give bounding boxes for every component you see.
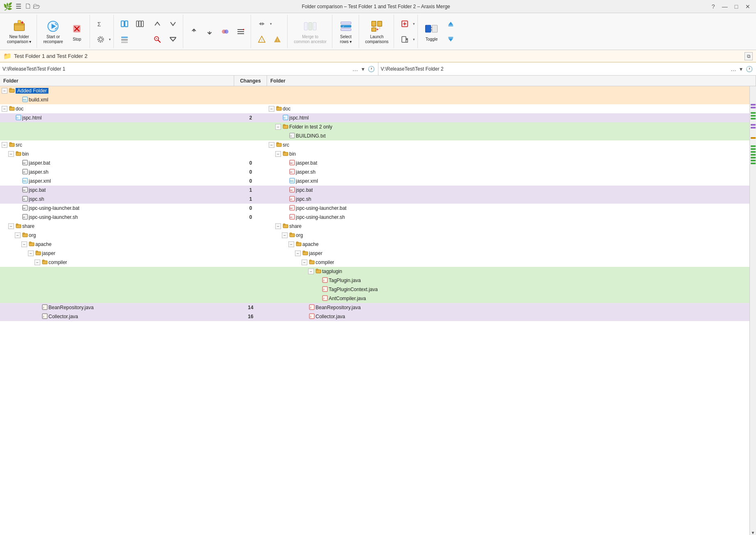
table-row[interactable]: −Folder in test 2 only [0, 122, 749, 131]
close-button[interactable]: ✕ [743, 2, 753, 11]
settings-dropdown-arrow[interactable]: ▾ [109, 37, 111, 41]
expander-right[interactable]: − [275, 151, 281, 157]
warning-left-button[interactable]: ! [254, 32, 269, 47]
table-row[interactable]: −org−org [0, 231, 749, 240]
edit-dropdown[interactable]: ▾ [413, 22, 415, 26]
scroll-up-button[interactable] [443, 16, 458, 31]
minimize-button[interactable]: — [720, 2, 730, 11]
table-row[interactable]: JTagPluginContext.java [0, 285, 749, 294]
align-button[interactable] [233, 24, 248, 39]
toggle-button[interactable]: Toggle [421, 16, 442, 48]
edit-button[interactable] [397, 16, 412, 31]
table-row[interactable]: −compiler−compiler [0, 258, 749, 267]
table-row[interactable]: JCollector.java16JCollector.java [0, 312, 749, 321]
cell-right: batjasper.bat [267, 160, 749, 167]
hamburger-menu[interactable]: ☰ [16, 2, 21, 10]
right-path-more[interactable]: … [730, 65, 737, 73]
right-path-dropdown[interactable]: ▾ [739, 65, 743, 73]
cell-right: XMLjasper.xml [267, 178, 749, 185]
next-diff-button[interactable] [202, 24, 217, 39]
expander-right[interactable]: − [275, 223, 281, 229]
color-diff-button[interactable] [218, 24, 233, 39]
settings-button[interactable] [93, 32, 108, 47]
left-path-history[interactable]: 🕐 [367, 65, 376, 73]
right-path-input[interactable] [381, 66, 728, 72]
table-row[interactable]: shjspc-using-launcher.sh0shjspc-using-la… [0, 213, 749, 222]
filter-button[interactable] [150, 32, 165, 47]
table-row[interactable]: shjspc.sh1shjspc.sh [0, 195, 749, 204]
expander-left[interactable]: − [28, 250, 34, 256]
expander-left[interactable]: − [15, 232, 21, 238]
title-doc-new[interactable]: 🗋 [25, 2, 32, 11]
table-row[interactable]: −bin−bin [0, 149, 749, 158]
table-row[interactable]: JAntCompiler.java [0, 294, 749, 303]
new-folder-comparison-button[interactable]: + New foldercomparison ▾ [4, 16, 34, 48]
table-row[interactable]: XMLbuild.xml [0, 95, 749, 104]
right-path-history[interactable]: 🕐 [745, 65, 754, 73]
expander-left[interactable]: − [2, 88, 7, 94]
expander-right[interactable]: − [295, 250, 301, 256]
table-row[interactable]: XMLjasper.xml0XMLjasper.xml [0, 177, 749, 186]
table-row[interactable]: −tagplugin [0, 267, 749, 276]
table-row[interactable]: batjasper.bat0batjasper.bat [0, 158, 749, 168]
table-row[interactable]: −doc−doc [0, 104, 749, 113]
icon-right [282, 223, 289, 230]
table-row[interactable]: JBeanRepository.java14JBeanRepository.ja… [0, 303, 749, 312]
scrollbar[interactable]: ▼ [749, 86, 756, 535]
table-row[interactable]: Hjspc.html2Hjspc.html [0, 113, 749, 122]
left-path-input[interactable] [2, 66, 350, 72]
table-row[interactable]: −jasper−jasper [0, 249, 749, 258]
expander-right[interactable]: − [288, 241, 294, 247]
scroll-down-button[interactable] [443, 32, 458, 47]
maximize-button[interactable]: □ [731, 2, 741, 11]
expander-right[interactable]: − [269, 142, 274, 148]
expander-right[interactable]: − [269, 106, 274, 112]
view-mode-button[interactable] [117, 32, 132, 47]
svg-rect-125 [296, 242, 298, 243]
expander-left[interactable]: − [8, 151, 14, 157]
select-rows-button[interactable]: ✓ Selectrows ▾ [336, 16, 356, 48]
left-path-more[interactable]: … [352, 65, 359, 73]
table-row[interactable]: −Added Folder [0, 86, 749, 95]
merge-left-right-button[interactable] [254, 16, 269, 31]
table-row[interactable]: txtBUILDING.txt [0, 131, 749, 140]
expander-right[interactable]: − [302, 259, 307, 265]
table-row[interactable]: −share−share [0, 222, 749, 231]
three-pane-button[interactable] [133, 16, 148, 31]
title-doc-open[interactable]: 🗁 [33, 2, 40, 11]
two-pane-button[interactable] [117, 16, 132, 31]
zoom-up-button[interactable] [150, 16, 165, 31]
expander-left[interactable]: − [2, 142, 7, 148]
scrollbar-down-btn[interactable]: ▼ [751, 530, 755, 535]
merge-common-ancestor-button[interactable]: ↕ ↕ ↕ Merge tocommon ancestor [291, 16, 329, 48]
left-path-dropdown[interactable]: ▾ [361, 65, 365, 73]
export-dropdown[interactable]: ▾ [413, 37, 415, 41]
expander-right[interactable]: − [282, 232, 288, 238]
expander-left[interactable]: − [8, 223, 14, 229]
table-row[interactable]: −apache−apache [0, 240, 749, 249]
export-button[interactable] [397, 32, 412, 47]
sum-button[interactable]: Σ [93, 16, 108, 31]
stop-button[interactable]: Stop [67, 16, 87, 48]
cell-left: batjspc.bat [0, 187, 234, 194]
expander-right[interactable]: − [308, 269, 314, 274]
table-row[interactable]: −src−src [0, 140, 749, 149]
table-row[interactable]: batjspc-using-launcher.bat0batjspc-using… [0, 204, 749, 213]
launch-comparisons-button[interactable]: + Launchcomparisons [362, 16, 392, 48]
expander-left[interactable]: − [35, 259, 40, 265]
expander-right[interactable]: − [275, 124, 281, 130]
table-row[interactable]: batjspc.bat1batjspc.bat [0, 186, 749, 195]
merge-lr-dropdown[interactable]: ▾ [270, 22, 272, 26]
file-tree[interactable]: −Added FolderXMLbuild.xml−doc−docHjspc.h… [0, 86, 749, 535]
expander-left[interactable]: − [2, 106, 7, 112]
warning-right-button[interactable]: ! [270, 32, 285, 47]
zoom-dropdown-button[interactable] [166, 32, 180, 47]
expander-left[interactable]: − [21, 241, 27, 247]
start-recompare-button[interactable]: Start orrecompare [40, 16, 66, 48]
prev-diff-button[interactable] [187, 24, 201, 39]
restore-window-button[interactable]: ⧉ [744, 52, 753, 60]
help-button[interactable]: ? [708, 2, 718, 11]
zoom-down-button[interactable] [166, 16, 180, 31]
table-row[interactable]: JTagPlugin.java [0, 276, 749, 285]
table-row[interactable]: shjasper.sh0shjasper.sh [0, 168, 749, 177]
